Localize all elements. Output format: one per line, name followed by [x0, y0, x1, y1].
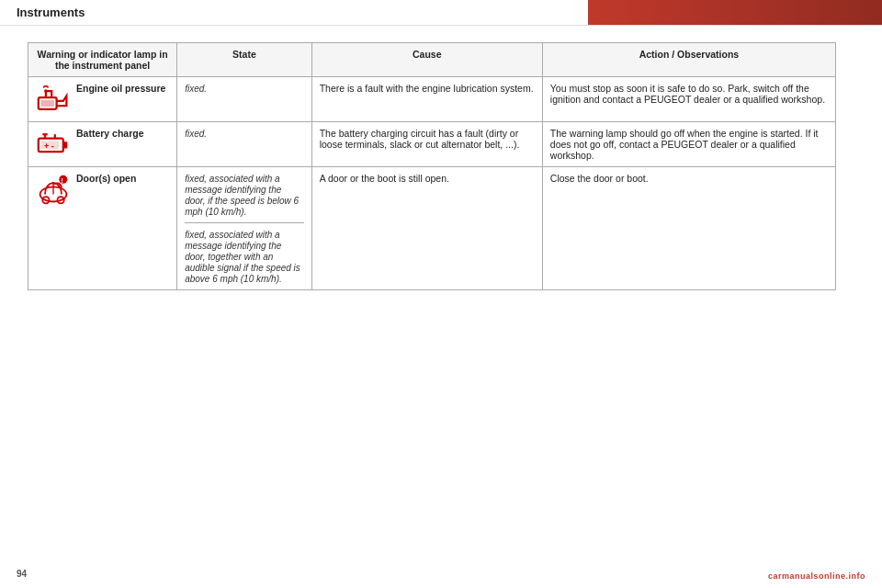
door-label: Door(s) open	[76, 173, 136, 184]
warning-cell-battery: + - Battery charge	[28, 122, 177, 167]
cause-cell-door: A door or the boot is still open.	[311, 167, 542, 290]
page-title: Instruments	[17, 6, 85, 19]
warning-cell-engine: Engine oil pressure	[28, 77, 177, 122]
table-header-row: Warning or indicator lamp in the instrum…	[28, 43, 836, 77]
action-cell-battery: The warning lamp should go off when the …	[542, 122, 835, 167]
page-footer: 94	[17, 569, 27, 579]
page-number: 94	[17, 569, 27, 579]
col-header-warning: Warning or indicator lamp in the instrum…	[28, 43, 177, 77]
cause-text-battery: The battery charging circuit has a fault…	[320, 128, 520, 150]
svg-rect-1	[41, 100, 54, 107]
instruments-table: Warning or indicator lamp in the instrum…	[28, 42, 836, 290]
svg-text:+  -: + -	[44, 141, 54, 151]
state-cell-door: fixed, associated with a message identif…	[177, 167, 312, 290]
header-accent-bar	[588, 0, 882, 25]
logo: carmanualsonline.info	[768, 571, 865, 581]
cause-text-door: A door or the boot is still open.	[320, 173, 449, 184]
action-cell-engine: You must stop as soon it is safe to do s…	[542, 77, 835, 122]
table-row: ! Door(s) open fixed, associated with a …	[28, 167, 836, 290]
col-header-state: State	[177, 43, 312, 77]
door-icon: !	[36, 173, 71, 206]
state-text-engine: fixed.	[185, 84, 207, 94]
warning-cell-door: ! Door(s) open	[28, 167, 177, 290]
table-row: + - Battery charge fixed. The battery ch…	[28, 122, 836, 167]
state-cell-battery: fixed.	[177, 122, 312, 167]
battery-label: Battery charge	[76, 128, 144, 139]
col-header-action: Action / Observations	[542, 43, 835, 77]
state-cell-engine: fixed.	[177, 77, 312, 122]
page-header: Instruments	[0, 0, 882, 26]
action-text-door: Close the door or boot.	[550, 173, 649, 184]
main-content: Warning or indicator lamp in the instrum…	[0, 26, 882, 307]
action-text-battery: The warning lamp should go off when the …	[550, 128, 819, 161]
svg-point-2	[44, 89, 48, 93]
action-text-engine: You must stop as soon it is safe to do s…	[550, 83, 825, 105]
action-cell-door: Close the door or boot.	[542, 167, 835, 290]
svg-rect-4	[63, 141, 68, 148]
state-text-door-1: fixed, associated with a message identif…	[185, 174, 299, 217]
svg-text:!: !	[62, 176, 63, 185]
cause-cell-battery: The battery charging circuit has a fault…	[311, 122, 542, 167]
engine-oil-icon	[36, 83, 71, 116]
cause-cell-engine: There is a fault with the engine lubrica…	[311, 77, 542, 122]
engine-oil-label: Engine oil pressure	[76, 83, 165, 94]
table-row: Engine oil pressure fixed. There is a fa…	[28, 77, 836, 122]
col-header-cause: Cause	[311, 43, 542, 77]
cause-text-engine: There is a fault with the engine lubrica…	[320, 83, 534, 94]
state-text-door-2: fixed, associated with a message identif…	[185, 230, 300, 284]
state-text-battery: fixed.	[185, 129, 207, 139]
battery-icon: + -	[36, 128, 71, 161]
state-sub-door: fixed, associated with a message identif…	[185, 222, 304, 284]
